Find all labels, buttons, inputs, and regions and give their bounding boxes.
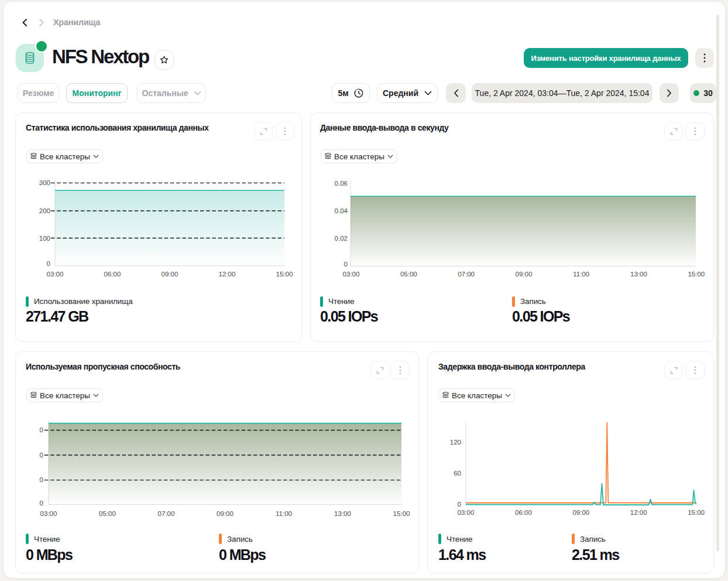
svg-text:06:00: 06:00 bbox=[104, 271, 121, 278]
svg-text:0: 0 bbox=[40, 500, 43, 507]
svg-text:11:00: 11:00 bbox=[573, 271, 589, 278]
svg-text:120: 120 bbox=[450, 439, 461, 446]
svg-text:06:00: 06:00 bbox=[515, 509, 532, 516]
svg-text:12:00: 12:00 bbox=[219, 271, 236, 278]
svg-text:03:00: 03:00 bbox=[458, 509, 475, 516]
svg-text:03:00: 03:00 bbox=[40, 510, 57, 517]
svg-text:0: 0 bbox=[40, 452, 43, 459]
svg-text:13:00: 13:00 bbox=[630, 271, 647, 278]
svg-text:03:00: 03:00 bbox=[47, 271, 64, 278]
svg-text:0: 0 bbox=[344, 261, 348, 268]
svg-text:300: 300 bbox=[39, 179, 50, 186]
svg-text:15:00: 15:00 bbox=[393, 510, 410, 517]
svg-text:05:00: 05:00 bbox=[400, 271, 417, 278]
svg-text:0: 0 bbox=[40, 426, 43, 433]
svg-text:15:00: 15:00 bbox=[276, 271, 293, 278]
svg-text:05:00: 05:00 bbox=[99, 510, 116, 517]
svg-text:09:00: 09:00 bbox=[217, 510, 233, 517]
svg-text:03:00: 03:00 bbox=[343, 271, 360, 278]
svg-text:60: 60 bbox=[454, 470, 461, 477]
svg-text:0.06: 0.06 bbox=[335, 180, 348, 187]
svg-text:12:00: 12:00 bbox=[630, 509, 647, 516]
svg-text:07:00: 07:00 bbox=[458, 271, 475, 278]
svg-text:07:00: 07:00 bbox=[158, 510, 175, 517]
svg-text:15:00: 15:00 bbox=[688, 509, 705, 516]
svg-text:09:00: 09:00 bbox=[572, 509, 589, 516]
svg-text:09:00: 09:00 bbox=[516, 271, 533, 278]
svg-text:0.04: 0.04 bbox=[335, 207, 348, 214]
svg-text:0: 0 bbox=[47, 260, 50, 267]
svg-text:0.02: 0.02 bbox=[335, 235, 348, 242]
svg-text:200: 200 bbox=[39, 207, 50, 214]
svg-text:11:00: 11:00 bbox=[276, 510, 292, 517]
svg-text:0: 0 bbox=[458, 501, 461, 508]
svg-text:09:00: 09:00 bbox=[162, 271, 178, 278]
svg-text:0: 0 bbox=[40, 476, 43, 483]
svg-text:13:00: 13:00 bbox=[334, 510, 351, 517]
svg-text:15:00: 15:00 bbox=[688, 271, 705, 278]
svg-text:100: 100 bbox=[39, 235, 50, 242]
